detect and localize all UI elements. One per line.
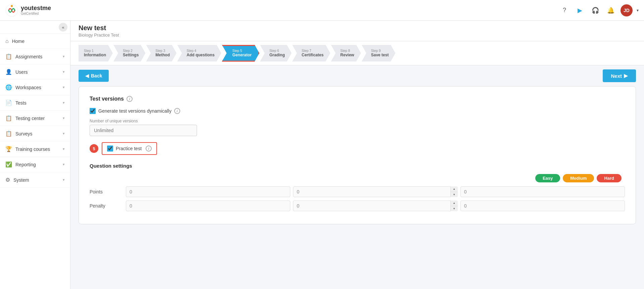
step-9[interactable]: Step 9 Save test — [361, 45, 395, 62]
practice-test-row: 5 Practice test i — [90, 142, 625, 155]
users-icon: 👤 — [5, 69, 12, 75]
generate-versions-info-icon[interactable]: i — [174, 108, 180, 114]
step-6[interactable]: Step 6 Grading — [260, 45, 292, 62]
easy-penalty-input[interactable] — [126, 200, 290, 211]
generate-versions-label: Generate test versions dynamically — [98, 108, 171, 114]
step-3-num: Step 3 — [155, 49, 170, 53]
sidebar-item-surveys[interactable]: 📋 Surveys ▾ — [0, 126, 70, 141]
practice-test-label: Practice test — [116, 146, 142, 151]
page-title: New test — [79, 24, 636, 32]
step-2-label: Settings — [123, 53, 139, 57]
header-right: ? ▶ 🎧 🔔 JD ▾ — [559, 4, 639, 16]
sidebar-label-testing-center: Testing center — [15, 116, 45, 121]
step-5[interactable]: Step 5 Generator — [222, 45, 259, 62]
system-icon: ⚙ — [5, 177, 10, 183]
medium-badge[interactable]: Medium — [563, 174, 594, 182]
sidebar-item-home[interactable]: ⌂ Home — [0, 34, 70, 49]
help-button[interactable]: ? — [559, 5, 570, 16]
brand-sub: GetCertified — [21, 12, 51, 15]
step-8[interactable]: Step 8 Review — [331, 45, 361, 62]
back-label: Back — [91, 73, 102, 78]
sidebar-item-testing-center[interactable]: 📋 Testing center ▾ — [0, 111, 70, 126]
practice-test-info-icon[interactable]: i — [146, 146, 152, 152]
page-title-bar: New test Biology Practice Test — [70, 21, 644, 41]
medium-points-up[interactable]: ▲ — [451, 186, 458, 192]
step-1[interactable]: Step 1 Information — [79, 45, 113, 62]
sidebar-item-assignments[interactable]: 📋 Assignments ▾ — [0, 49, 70, 64]
generate-versions-checkbox[interactable] — [90, 108, 96, 114]
sidebar-item-system[interactable]: ⚙ System ▾ — [0, 172, 70, 188]
medium-points-field: ▲ ▼ — [293, 186, 457, 197]
sidebar-item-workspaces[interactable]: 🌐 Workspaces ▾ — [0, 80, 70, 95]
play-icon: ▶ — [578, 7, 582, 14]
hard-badge[interactable]: Hard — [597, 174, 622, 182]
medium-penalty-field: ▲ ▼ — [293, 200, 457, 211]
step-5-num: Step 5 — [232, 49, 251, 53]
home-icon: ⌂ — [5, 38, 9, 44]
content-area: New test Biology Practice Test Step 1 In… — [70, 21, 644, 289]
user-menu-chevron[interactable]: ▾ — [637, 8, 639, 13]
sidebar-label-home: Home — [12, 39, 24, 44]
sidebar-item-users[interactable]: 👤 Users ▾ — [0, 64, 70, 80]
next-label: Next — [611, 73, 622, 79]
headset-button[interactable]: 🎧 — [590, 5, 601, 16]
sidebar-label-assignments: Assignments — [15, 54, 42, 59]
reporting-icon: ✅ — [5, 161, 12, 168]
unique-versions-field: Number of unique versions — [90, 119, 625, 142]
points-label: Points — [90, 189, 123, 194]
penalty-label: Penalty — [90, 203, 123, 209]
step-1-label: Information — [84, 53, 106, 57]
medium-points-input[interactable] — [293, 186, 457, 197]
step-7-num: Step 7 — [302, 49, 324, 53]
assignments-arrow: ▾ — [63, 54, 65, 59]
next-button[interactable]: Next ▶ — [603, 69, 636, 82]
question-settings-title: Question settings — [90, 163, 625, 169]
logo-icon — [5, 4, 18, 17]
action-bar: ◀ Back Next ▶ — [70, 65, 644, 86]
medium-penalty-input[interactable] — [293, 200, 457, 211]
easy-points-input[interactable] — [126, 186, 290, 197]
test-versions-info-icon[interactable]: i — [127, 96, 133, 102]
tests-icon: 📄 — [5, 100, 12, 106]
svg-point-1 — [11, 5, 13, 7]
play-button[interactable]: ▶ — [574, 5, 586, 16]
penalty-row: Penalty ▲ ▼ — [90, 200, 625, 211]
step-4[interactable]: Step 4 Add questions — [177, 45, 221, 62]
hard-points-input[interactable] — [460, 186, 625, 197]
sidebar-label-system: System — [13, 177, 29, 183]
sidebar-label-surveys: Surveys — [15, 131, 33, 136]
page-subtitle: Biology Practice Test — [79, 33, 636, 38]
unique-versions-input[interactable] — [90, 125, 197, 136]
step-9-num: Step 9 — [371, 49, 389, 53]
back-button[interactable]: ◀ Back — [79, 70, 109, 82]
medium-points-down[interactable]: ▼ — [451, 192, 458, 197]
medium-penalty-down[interactable]: ▼ — [451, 206, 458, 212]
sidebar-item-training-courses[interactable]: 🏆 Training courses ▾ — [0, 141, 70, 157]
logo-text: youtestme GetCertified — [21, 5, 51, 15]
step-2[interactable]: Step 2 Settings — [113, 45, 145, 62]
sidebar-item-tests[interactable]: 📄 Tests ▾ — [0, 95, 70, 111]
main-layout: « ⌂ Home 📋 Assignments ▾ 👤 Users ▾ 🌐 — [0, 21, 644, 289]
steps-bar: Step 1 Information Step 2 Settings Step … — [70, 41, 644, 65]
medium-penalty-up[interactable]: ▲ — [451, 200, 458, 206]
unique-versions-label: Number of unique versions — [90, 119, 625, 123]
hard-penalty-input[interactable] — [460, 200, 625, 211]
next-arrow-icon: ▶ — [624, 73, 628, 79]
avatar-button[interactable]: JD — [621, 4, 633, 16]
training-courses-icon: 🏆 — [5, 146, 12, 152]
step-7[interactable]: Step 7 Certificates — [292, 45, 330, 62]
step-5-label: Generator — [232, 53, 251, 57]
step-4-label: Add questions — [187, 53, 214, 57]
top-header: youtestme GetCertified ? ▶ 🎧 🔔 JD ▾ — [0, 0, 644, 21]
step-3[interactable]: Step 3 Method — [146, 45, 177, 62]
tests-arrow: ▾ — [63, 101, 65, 105]
easy-badge[interactable]: Easy — [535, 174, 560, 182]
step-6-label: Grading — [269, 53, 285, 57]
bell-button[interactable]: 🔔 — [605, 5, 616, 16]
sidebar-item-reporting[interactable]: ✅ Reporting ▾ — [0, 157, 70, 172]
step-8-num: Step 8 — [340, 49, 354, 53]
sidebar-collapse-button[interactable]: « — [59, 23, 67, 32]
step-9-label: Save test — [371, 53, 389, 57]
back-arrow-icon: ◀ — [85, 73, 89, 78]
practice-test-checkbox[interactable] — [107, 146, 113, 152]
